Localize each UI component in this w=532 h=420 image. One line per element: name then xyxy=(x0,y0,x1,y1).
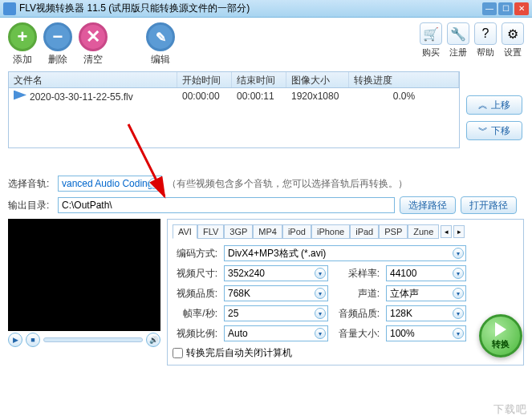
minus-icon: − xyxy=(43,22,72,51)
help-button[interactable]: ?帮助 xyxy=(474,22,497,59)
minimize-button[interactable]: — xyxy=(482,2,497,15)
move-down-button[interactable]: ︾下移 xyxy=(466,121,522,140)
choose-path-button[interactable]: 选择路径 xyxy=(400,196,456,214)
channel-select[interactable]: 立体声▾ xyxy=(386,285,466,301)
output-path-input[interactable] xyxy=(58,197,395,213)
dropdown-icon[interactable]: ▾ xyxy=(453,288,464,299)
video-quality-select[interactable]: 768K▾ xyxy=(224,285,328,301)
convert-button[interactable]: 转换 xyxy=(479,314,522,357)
file-table: 文件名 开始时间 结束时间 图像大小 转换进度 2020-03-30-11-22… xyxy=(8,71,460,148)
tab-3gp[interactable]: 3GP xyxy=(224,224,253,239)
dropdown-icon[interactable]: ▾ xyxy=(148,178,160,189)
play-button[interactable]: ▶ xyxy=(8,333,22,347)
dropdown-icon[interactable]: ▾ xyxy=(315,308,326,319)
settings-panel: AVI FLV 3GP MP4 iPod iPhone iPad PSP Zun… xyxy=(167,219,524,365)
register-button[interactable]: 🔧注册 xyxy=(447,22,469,59)
plus-icon: + xyxy=(8,22,37,51)
clear-button[interactable]: ✕ 清空 xyxy=(79,22,108,67)
shutdown-label: 转换完后自动关闭计算机 xyxy=(186,346,292,360)
tab-ipod[interactable]: iPod xyxy=(282,224,311,239)
window-title: FLV视频转换器 11.5 (试用版只能转换源文件的一部分) xyxy=(19,2,482,15)
output-dir-label: 输出目录: xyxy=(8,199,53,212)
audio-track-select[interactable]: vanced Audio Coding) ▾ xyxy=(58,176,162,192)
video-size-select[interactable]: 352x240▾ xyxy=(224,265,328,281)
dropdown-icon[interactable]: ▾ xyxy=(315,328,326,339)
col-progress[interactable]: 转换进度 xyxy=(349,72,459,87)
question-icon: ? xyxy=(474,22,497,45)
x-icon: ✕ xyxy=(79,22,108,51)
col-size[interactable]: 图像大小 xyxy=(286,72,349,87)
sample-rate-select[interactable]: 44100▾ xyxy=(386,265,466,281)
format-tabs: AVI FLV 3GP MP4 iPod iPhone iPad PSP Zun… xyxy=(173,224,518,239)
dropdown-icon[interactable]: ▾ xyxy=(453,248,464,259)
dropdown-icon[interactable]: ▾ xyxy=(315,288,326,299)
open-path-button[interactable]: 打开路径 xyxy=(461,196,517,214)
volume-icon[interactable]: 🔊 xyxy=(146,333,160,347)
fps-select[interactable]: 25▾ xyxy=(224,305,328,321)
shutdown-checkbox[interactable] xyxy=(173,348,183,358)
add-button[interactable]: + 添加 xyxy=(8,22,37,67)
dropdown-icon[interactable]: ▾ xyxy=(315,268,326,279)
settings-button[interactable]: ⚙设置 xyxy=(502,22,524,59)
audio-track-label: 选择音轨: xyxy=(8,177,53,191)
watermark: 下载吧 xyxy=(493,402,527,417)
dropdown-icon[interactable]: ▾ xyxy=(453,308,464,319)
cart-icon: 🛒 xyxy=(420,22,442,45)
tab-iphone[interactable]: iPhone xyxy=(311,224,350,239)
titlebar: FLV视频转换器 11.5 (试用版只能转换源文件的一部分) — ☐ ✕ xyxy=(0,0,532,18)
tab-mp4[interactable]: MP4 xyxy=(253,224,282,239)
wrench-icon: 🔧 xyxy=(447,22,469,45)
stop-button[interactable]: ■ xyxy=(26,333,40,347)
audio-quality-select[interactable]: 128K▾ xyxy=(386,305,466,321)
chevron-down-icon: ︾ xyxy=(478,124,488,138)
tab-avi[interactable]: AVI xyxy=(173,224,197,239)
dropdown-icon[interactable]: ▾ xyxy=(453,268,464,279)
tab-flv[interactable]: FLV xyxy=(197,224,224,239)
tab-ipad[interactable]: iPad xyxy=(350,224,379,239)
volume-select[interactable]: 100%▾ xyxy=(386,325,466,341)
tab-zune[interactable]: Zune xyxy=(408,224,439,239)
encode-select[interactable]: DivX4+MP3格式 (*.avi)▾ xyxy=(224,245,466,261)
play-icon xyxy=(495,322,506,337)
delete-button[interactable]: − 删除 xyxy=(43,22,72,67)
col-start[interactable]: 开始时间 xyxy=(177,72,232,87)
app-icon xyxy=(3,2,16,15)
tabs-next-button[interactable]: ▸ xyxy=(453,225,465,238)
buy-button[interactable]: 🛒购买 xyxy=(420,22,442,59)
video-icon xyxy=(14,91,26,100)
dropdown-icon[interactable]: ▾ xyxy=(453,328,464,339)
edit-button[interactable]: ✎ 编辑 xyxy=(146,22,175,67)
col-end[interactable]: 结束时间 xyxy=(232,72,286,87)
maximize-button[interactable]: ☐ xyxy=(498,2,513,15)
col-filename[interactable]: 文件名 xyxy=(9,72,177,87)
chevron-up-icon: ︽ xyxy=(478,99,488,112)
close-button[interactable]: ✕ xyxy=(514,2,529,15)
pencil-icon: ✎ xyxy=(146,22,175,51)
table-row[interactable]: 2020-03-30-11-22-55.flv 00:00:00 00:00:1… xyxy=(9,88,459,104)
sliders-icon: ⚙ xyxy=(502,22,524,45)
tab-psp[interactable]: PSP xyxy=(379,224,408,239)
aspect-ratio-select[interactable]: Auto▾ xyxy=(224,325,328,341)
audio-track-hint: （有些视频包含多个音轨，您可以选择音轨后再转换。） xyxy=(167,177,408,191)
move-up-button[interactable]: ︽上移 xyxy=(466,95,522,115)
tabs-prev-button[interactable]: ◂ xyxy=(441,225,452,238)
video-preview xyxy=(8,219,160,331)
seek-slider[interactable] xyxy=(43,337,143,342)
